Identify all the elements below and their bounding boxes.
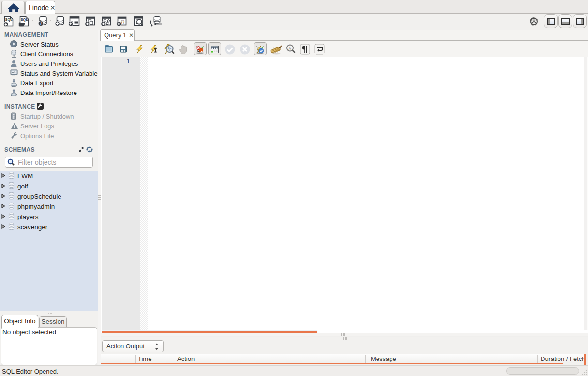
svg-text:SQL: SQL — [20, 17, 28, 22]
svg-text:SQL: SQL — [5, 17, 13, 22]
svg-text:A: A — [289, 47, 292, 51]
